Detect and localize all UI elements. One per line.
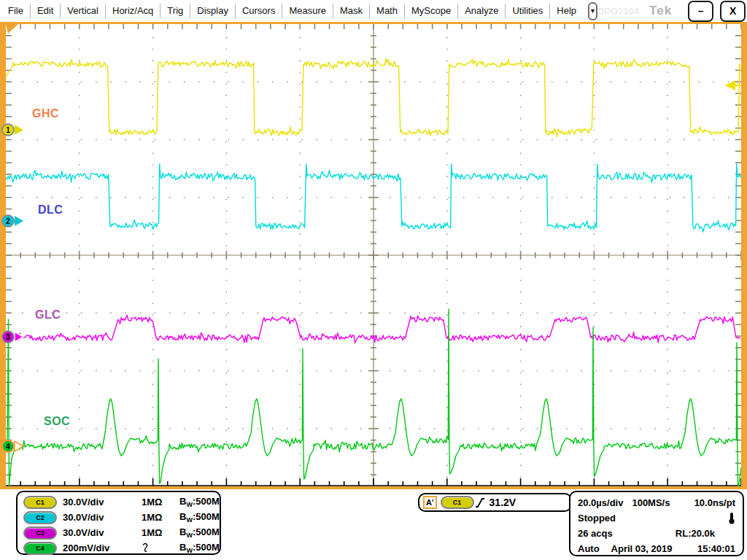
channel4-scale: 200mV/div: [63, 542, 142, 553]
menu-bar: File Edit Vertical Horiz/Acq Trig Displa…: [0, 0, 747, 23]
tek-logo: Tek: [649, 4, 672, 18]
channel3-badge[interactable]: C3: [23, 526, 57, 540]
minimize-button[interactable]: –: [688, 1, 713, 22]
timebase-row2: Stopped: [578, 510, 735, 526]
channel1-impedance: 1MΩ: [142, 497, 179, 508]
label-ghc: GHC: [32, 107, 59, 120]
channel2-bandwidth: BW:500M: [179, 511, 220, 524]
timebase-row4: Auto April 03, 2019 15:40:01: [578, 541, 735, 556]
menu-myscope[interactable]: MyScope: [405, 4, 458, 18]
menu-mask[interactable]: Mask: [333, 4, 370, 18]
waveform-display[interactable]: GHC DLC GLC SOC: [6, 24, 741, 486]
channel1-bandwidth: BW:500M: [179, 496, 220, 508]
channel4-badge[interactable]: C4: [23, 542, 57, 555]
menu-overflow-button[interactable]: ▼: [588, 2, 597, 20]
reference-wedge-icon: [6, 24, 18, 34]
channel4-readout-row: C4 200mV/div BW:500M: [23, 540, 220, 556]
trigger-level-value: 31.2V: [489, 497, 516, 508]
menu-help[interactable]: Help: [550, 4, 583, 18]
channel1-scale: 30.0V/div: [63, 497, 142, 508]
trigger-source-badge: C1: [441, 496, 474, 509]
record-length: RL:20.0k: [676, 528, 735, 539]
channel1-readout-row: C1 30.0V/div 1MΩ BW:500M: [23, 494, 220, 510]
timebase-row1: 20.0µs/div 100MS/s 10.0ns/pt: [578, 495, 735, 510]
graticule-frame: GHC DLC GLC SOC 1 2 3 4: [0, 22, 747, 489]
date-label: April 03, 2019: [611, 543, 673, 554]
graticule-grid: [6, 24, 741, 486]
trigger-level-arrow[interactable]: [725, 80, 735, 90]
menu-analyze[interactable]: Analyze: [458, 4, 506, 18]
channel3-bandwidth: BW:500M: [179, 526, 220, 539]
menu-file[interactable]: File: [1, 4, 31, 18]
acquisition-state: Stopped: [578, 513, 616, 524]
channel1-position-marker[interactable]: 1: [1, 123, 15, 136]
label-glc: GLC: [35, 308, 61, 322]
rising-edge-icon: [474, 497, 486, 509]
timebase-readout-box[interactable]: 20.0µs/div 100MS/s 10.0ns/pt Stopped 26 …: [569, 491, 744, 556]
menu-horiz-acq[interactable]: Horiz/Acq: [106, 4, 160, 18]
menu-edit[interactable]: Edit: [31, 4, 61, 18]
trigger-mode-badge: A': [423, 496, 437, 509]
channel4-bandwidth: BW:500M: [179, 542, 220, 554]
label-soc: SOC: [44, 415, 70, 428]
channel2-readout-row: C2 30.0V/div 1MΩ BW:500M: [23, 510, 220, 525]
current-probe-icon: [142, 542, 179, 554]
channel2-badge[interactable]: C2: [23, 511, 57, 524]
sample-resolution: 10.0ns/pt: [694, 497, 735, 508]
trigger-readout-box[interactable]: A' C1 31.2V: [418, 493, 572, 512]
channel2-scale: 30.0V/div: [63, 512, 142, 523]
timebase-row3: 26 acqs RL:20.0k: [578, 526, 735, 541]
channel1-arrow-icon[interactable]: [15, 125, 23, 135]
channel4-position-marker[interactable]: 4: [1, 440, 15, 453]
menu-measure[interactable]: Measure: [282, 4, 333, 18]
channel2-impedance: 1MΩ: [142, 512, 179, 523]
close-button[interactable]: X: [720, 1, 746, 22]
chevron-down-icon: ▼: [589, 7, 596, 15]
menu-vertical[interactable]: Vertical: [61, 4, 106, 18]
menu-cursors[interactable]: Cursors: [236, 4, 283, 18]
time-label: 15:40:01: [697, 543, 735, 554]
thermometer-icon: [728, 512, 735, 524]
menu-trig[interactable]: Trig: [160, 4, 190, 18]
trigger-mode-auto: Auto: [578, 543, 600, 554]
label-dlc: DLC: [38, 203, 63, 217]
channel3-position-marker[interactable]: 3: [1, 330, 15, 343]
channel3-readout-row: C3 30.0V/div 1MΩ BW:500M: [23, 525, 220, 540]
menu-display[interactable]: Display: [190, 4, 236, 18]
timebase-scale: 20.0µs/div: [578, 497, 623, 508]
menu-utilities[interactable]: Utilities: [506, 4, 550, 18]
channel-readout-box[interactable]: C1 30.0V/div 1MΩ BW:500M C2 30.0V/div 1M…: [16, 491, 221, 555]
channel4-arrow-icon[interactable]: [15, 441, 23, 451]
sample-rate: 100MS/s: [632, 497, 670, 508]
waveform-canvas: [6, 24, 741, 486]
channel1-badge[interactable]: C1: [23, 496, 57, 509]
acquisition-count: 26 acqs: [578, 528, 613, 539]
readout-panel: C1 30.0V/div 1MΩ BW:500M C2 30.0V/div 1M…: [0, 489, 747, 560]
menu-math[interactable]: Math: [370, 4, 405, 18]
channel2-arrow-icon[interactable]: [15, 216, 23, 226]
model-label: DPO7104: [597, 6, 639, 17]
channel3-impedance: 1MΩ: [142, 527, 179, 538]
channel3-scale: 30.0V/div: [63, 527, 142, 538]
channel2-position-marker[interactable]: 2: [1, 214, 15, 228]
